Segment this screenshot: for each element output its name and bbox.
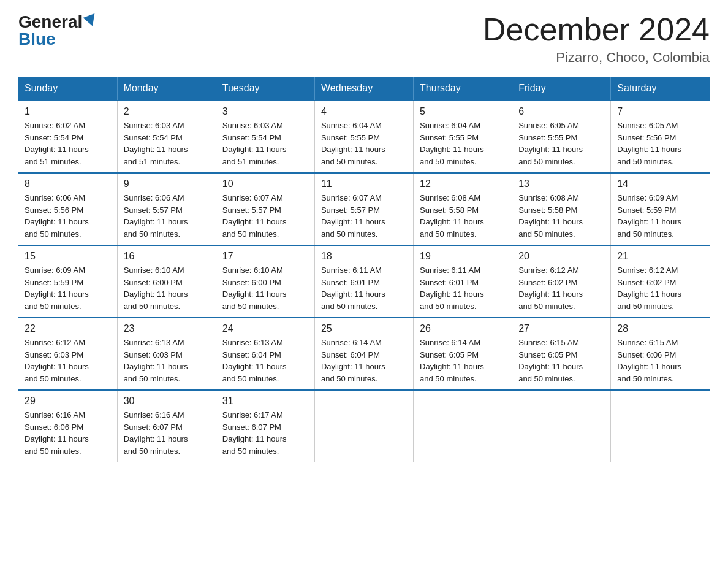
header-thursday: Thursday bbox=[414, 77, 512, 101]
day-info: Sunrise: 6:06 AMSunset: 5:57 PMDaylight:… bbox=[124, 192, 210, 240]
day-number: 10 bbox=[222, 178, 308, 190]
day-info: Sunrise: 6:16 AMSunset: 6:07 PMDaylight:… bbox=[124, 409, 210, 457]
day-number: 25 bbox=[321, 323, 407, 334]
page-subtitle: Pizarro, Choco, Colombia bbox=[483, 50, 710, 66]
day-number: 20 bbox=[518, 251, 604, 262]
calendar-cell: 29Sunrise: 6:16 AMSunset: 6:06 PMDayligh… bbox=[18, 390, 117, 462]
calendar-cell: 31Sunrise: 6:17 AMSunset: 6:07 PMDayligh… bbox=[216, 390, 314, 462]
day-number: 8 bbox=[25, 178, 111, 190]
day-number: 4 bbox=[321, 106, 407, 117]
calendar-cell: 2Sunrise: 6:03 AMSunset: 5:54 PMDaylight… bbox=[117, 101, 216, 173]
calendar-cell: 23Sunrise: 6:13 AMSunset: 6:03 PMDayligh… bbox=[117, 318, 216, 390]
calendar-cell: 22Sunrise: 6:12 AMSunset: 6:03 PMDayligh… bbox=[18, 318, 117, 390]
day-info: Sunrise: 6:13 AMSunset: 6:03 PMDaylight:… bbox=[124, 337, 210, 385]
day-number: 3 bbox=[222, 106, 308, 117]
day-number: 5 bbox=[420, 106, 506, 117]
day-number: 9 bbox=[124, 178, 210, 190]
day-info: Sunrise: 6:07 AMSunset: 5:57 PMDaylight:… bbox=[321, 192, 407, 240]
day-info: Sunrise: 6:03 AMSunset: 5:54 PMDaylight:… bbox=[124, 120, 210, 167]
day-info: Sunrise: 6:08 AMSunset: 5:58 PMDaylight:… bbox=[518, 192, 604, 240]
calendar-cell bbox=[314, 390, 413, 462]
day-info: Sunrise: 6:09 AMSunset: 5:59 PMDaylight:… bbox=[25, 264, 111, 312]
calendar-week-row: 8Sunrise: 6:06 AMSunset: 5:56 PMDaylight… bbox=[18, 173, 710, 245]
day-info: Sunrise: 6:05 AMSunset: 5:56 PMDaylight:… bbox=[617, 120, 703, 167]
calendar-cell: 27Sunrise: 6:15 AMSunset: 6:05 PMDayligh… bbox=[512, 318, 611, 390]
calendar-week-row: 29Sunrise: 6:16 AMSunset: 6:06 PMDayligh… bbox=[18, 390, 710, 462]
day-number: 18 bbox=[321, 251, 407, 262]
calendar-cell: 7Sunrise: 6:05 AMSunset: 5:56 PMDaylight… bbox=[611, 101, 710, 173]
header-saturday: Saturday bbox=[611, 77, 710, 101]
day-info: Sunrise: 6:15 AMSunset: 6:06 PMDaylight:… bbox=[617, 337, 703, 385]
day-number: 23 bbox=[124, 323, 210, 334]
calendar-cell: 21Sunrise: 6:12 AMSunset: 6:02 PMDayligh… bbox=[611, 245, 710, 318]
day-info: Sunrise: 6:04 AMSunset: 5:55 PMDaylight:… bbox=[321, 120, 407, 167]
day-info: Sunrise: 6:15 AMSunset: 6:05 PMDaylight:… bbox=[518, 337, 604, 385]
day-number: 14 bbox=[617, 178, 703, 190]
day-number: 24 bbox=[222, 323, 308, 334]
day-info: Sunrise: 6:14 AMSunset: 6:05 PMDaylight:… bbox=[420, 337, 506, 385]
calendar-cell: 6Sunrise: 6:05 AMSunset: 5:55 PMDaylight… bbox=[512, 101, 611, 173]
page-title: December 2024 bbox=[483, 12, 710, 47]
day-info: Sunrise: 6:03 AMSunset: 5:54 PMDaylight:… bbox=[222, 120, 308, 167]
day-info: Sunrise: 6:11 AMSunset: 6:01 PMDaylight:… bbox=[420, 264, 506, 312]
day-number: 13 bbox=[518, 178, 604, 190]
day-info: Sunrise: 6:12 AMSunset: 6:02 PMDaylight:… bbox=[617, 264, 703, 312]
day-number: 29 bbox=[25, 396, 111, 407]
calendar-cell: 8Sunrise: 6:06 AMSunset: 5:56 PMDaylight… bbox=[18, 173, 117, 245]
calendar-cell: 9Sunrise: 6:06 AMSunset: 5:57 PMDaylight… bbox=[117, 173, 216, 245]
calendar-cell: 14Sunrise: 6:09 AMSunset: 5:59 PMDayligh… bbox=[611, 173, 710, 245]
calendar-cell bbox=[414, 390, 512, 462]
day-info: Sunrise: 6:14 AMSunset: 6:04 PMDaylight:… bbox=[321, 337, 407, 385]
day-info: Sunrise: 6:11 AMSunset: 6:01 PMDaylight:… bbox=[321, 264, 407, 312]
title-section: December 2024 Pizarro, Choco, Colombia bbox=[483, 12, 710, 66]
day-info: Sunrise: 6:04 AMSunset: 5:55 PMDaylight:… bbox=[420, 120, 506, 167]
day-info: Sunrise: 6:13 AMSunset: 6:04 PMDaylight:… bbox=[222, 337, 308, 385]
calendar-week-row: 22Sunrise: 6:12 AMSunset: 6:03 PMDayligh… bbox=[18, 318, 710, 390]
header-monday: Monday bbox=[117, 77, 216, 101]
calendar-week-row: 15Sunrise: 6:09 AMSunset: 5:59 PMDayligh… bbox=[18, 245, 710, 318]
calendar-cell: 13Sunrise: 6:08 AMSunset: 5:58 PMDayligh… bbox=[512, 173, 611, 245]
calendar-header-row: SundayMondayTuesdayWednesdayThursdayFrid… bbox=[18, 77, 710, 101]
day-info: Sunrise: 6:08 AMSunset: 5:58 PMDaylight:… bbox=[420, 192, 506, 240]
calendar-cell: 1Sunrise: 6:02 AMSunset: 5:54 PMDaylight… bbox=[18, 101, 117, 173]
calendar-cell: 18Sunrise: 6:11 AMSunset: 6:01 PMDayligh… bbox=[314, 245, 413, 318]
logo-arrow-icon bbox=[83, 13, 99, 28]
day-number: 27 bbox=[518, 323, 604, 334]
calendar-cell: 5Sunrise: 6:04 AMSunset: 5:55 PMDaylight… bbox=[414, 101, 512, 173]
day-info: Sunrise: 6:17 AMSunset: 6:07 PMDaylight:… bbox=[222, 409, 308, 457]
header-tuesday: Tuesday bbox=[216, 77, 314, 101]
calendar-cell: 16Sunrise: 6:10 AMSunset: 6:00 PMDayligh… bbox=[117, 245, 216, 318]
day-info: Sunrise: 6:10 AMSunset: 6:00 PMDaylight:… bbox=[124, 264, 210, 312]
calendar-table: SundayMondayTuesdayWednesdayThursdayFrid… bbox=[18, 77, 710, 462]
calendar-cell: 20Sunrise: 6:12 AMSunset: 6:02 PMDayligh… bbox=[512, 245, 611, 318]
calendar-cell: 4Sunrise: 6:04 AMSunset: 5:55 PMDaylight… bbox=[314, 101, 413, 173]
day-number: 31 bbox=[222, 396, 308, 407]
calendar-cell: 24Sunrise: 6:13 AMSunset: 6:04 PMDayligh… bbox=[216, 318, 314, 390]
calendar-cell: 11Sunrise: 6:07 AMSunset: 5:57 PMDayligh… bbox=[314, 173, 413, 245]
day-number: 2 bbox=[124, 106, 210, 117]
calendar-cell bbox=[611, 390, 710, 462]
day-number: 30 bbox=[124, 396, 210, 407]
header-wednesday: Wednesday bbox=[314, 77, 413, 101]
day-info: Sunrise: 6:10 AMSunset: 6:00 PMDaylight:… bbox=[222, 264, 308, 312]
day-info: Sunrise: 6:12 AMSunset: 6:03 PMDaylight:… bbox=[25, 337, 111, 385]
header-friday: Friday bbox=[512, 77, 611, 101]
calendar-cell: 3Sunrise: 6:03 AMSunset: 5:54 PMDaylight… bbox=[216, 101, 314, 173]
day-number: 22 bbox=[25, 323, 111, 334]
day-number: 17 bbox=[222, 251, 308, 262]
day-info: Sunrise: 6:07 AMSunset: 5:57 PMDaylight:… bbox=[222, 192, 308, 240]
day-info: Sunrise: 6:02 AMSunset: 5:54 PMDaylight:… bbox=[25, 120, 111, 167]
calendar-cell: 19Sunrise: 6:11 AMSunset: 6:01 PMDayligh… bbox=[414, 245, 512, 318]
day-number: 19 bbox=[420, 251, 506, 262]
day-number: 16 bbox=[124, 251, 210, 262]
day-info: Sunrise: 6:05 AMSunset: 5:55 PMDaylight:… bbox=[518, 120, 604, 167]
day-number: 15 bbox=[25, 251, 111, 262]
day-number: 28 bbox=[617, 323, 703, 334]
day-info: Sunrise: 6:06 AMSunset: 5:56 PMDaylight:… bbox=[25, 192, 111, 240]
day-number: 11 bbox=[321, 178, 407, 190]
page-header: General Blue December 2024 Pizarro, Choc… bbox=[18, 12, 710, 66]
day-number: 6 bbox=[518, 106, 604, 117]
day-number: 12 bbox=[420, 178, 506, 190]
header-sunday: Sunday bbox=[18, 77, 117, 101]
calendar-cell: 26Sunrise: 6:14 AMSunset: 6:05 PMDayligh… bbox=[414, 318, 512, 390]
